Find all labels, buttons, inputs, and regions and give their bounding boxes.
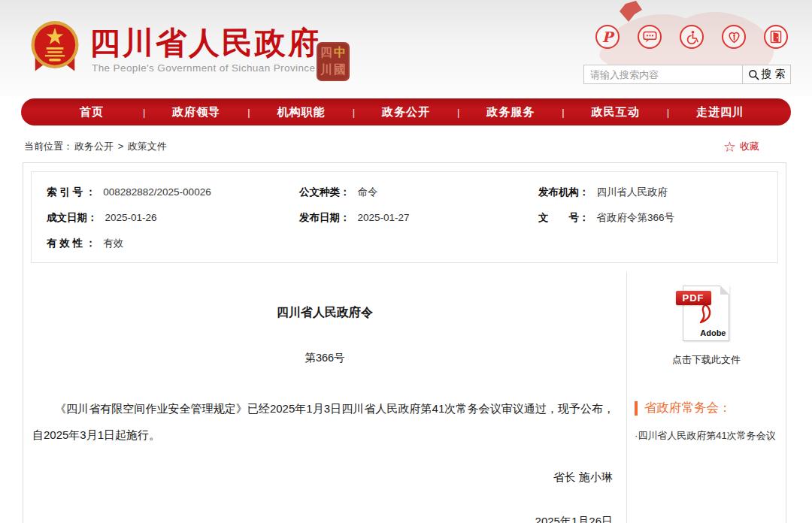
sichuan-china-seal: 四 中 川 國: [317, 42, 350, 81]
document-card: 索 引 号 ： 008282882/2025-00026 公文种类： 命令 发布…: [23, 162, 786, 523]
adobe-label: Adobe: [700, 328, 726, 337]
search-input[interactable]: [583, 65, 743, 84]
nav-item-government-leaders[interactable]: 政府领导: [145, 105, 247, 119]
article-body: 四川省人民政府令 第366号 《四川省有限空间作业安全管理规定》已经2025年1…: [23, 272, 626, 523]
header-icon-row: P: [595, 25, 788, 49]
site-header: 四川省人民政府 The People's Government of Sichu…: [0, 0, 812, 96]
search-button-label: 搜 索: [762, 68, 786, 81]
document-meta-table: 索 引 号 ： 008282882/2025-00026 公文种类： 命令 发布…: [31, 171, 778, 263]
seal-glyph: 四: [320, 45, 332, 61]
search-icon: [748, 69, 759, 80]
sidebar-meeting-link[interactable]: ·四川省人民政府第41次常务会议: [635, 429, 777, 443]
meta-publish-date: 发布日期： 2025-01-27: [299, 211, 538, 225]
search-button[interactable]: 搜 索: [743, 65, 791, 84]
meta-validity: 有 效 性 ： 有效: [47, 237, 299, 250]
document-paragraph: 《四川省有限空间作业安全管理规定》已经2025年1月3日四川省人民政府第41次常…: [32, 395, 614, 448]
star-icon: ☆: [723, 140, 736, 154]
p-glyph: P: [602, 30, 613, 44]
seal-glyph: 中: [334, 45, 346, 61]
seal-glyph: 川: [320, 62, 332, 78]
nav-item-government-affairs-disclosure[interactable]: 政务公开: [355, 105, 457, 119]
breadcrumb: 当前位置：政务公开 > 政策文件: [23, 140, 167, 153]
sidebar-section-header: 省政府常务会：: [635, 400, 786, 416]
nav-item-institution-functions[interactable]: 机构职能: [250, 105, 353, 119]
message-icon[interactable]: [638, 25, 662, 49]
seal-glyph: 國: [334, 62, 346, 78]
breadcrumb-label: 当前位置：: [24, 141, 73, 152]
section-title: 省政府常务会：: [644, 400, 732, 416]
nav-item-discover-sichuan[interactable]: 走进四川: [669, 105, 771, 119]
care-version-icon[interactable]: [722, 25, 746, 49]
download-file-link[interactable]: 点击下载此文件: [627, 353, 786, 367]
breadcrumb-row: 当前位置：政务公开 > 政策文件 ☆ 收藏: [23, 136, 786, 157]
meta-index-number: 索 引 号 ： 008282882/2025-00026: [47, 186, 299, 199]
breadcrumb-separator: >: [118, 141, 124, 152]
nav-item-public-interaction[interactable]: 政民互动: [565, 105, 667, 119]
breadcrumb-current[interactable]: 政策文件: [128, 141, 167, 152]
nav-item-government-services[interactable]: 政务服务: [459, 105, 562, 119]
document-number: 第366号: [23, 351, 626, 365]
document-signer: 省长 施小琳: [23, 470, 613, 485]
favorite-label: 收藏: [740, 140, 759, 153]
meta-written-date: 成文日期： 2025-01-26: [47, 211, 299, 225]
favorite-button[interactable]: ☆ 收藏: [723, 140, 759, 154]
national-emblem-logo: [29, 15, 81, 80]
accessibility-wheelchair-icon[interactable]: [680, 25, 704, 49]
content-row: 四川省人民政府令 第366号 《四川省有限空间作业安全管理规定》已经2025年1…: [23, 272, 786, 523]
map-pin-icon: [620, 1, 642, 22]
pdf-fold-corner: [720, 286, 729, 295]
pdf-badge: PDF: [676, 291, 711, 305]
breadcrumb-link-zhengwugongkai[interactable]: 政务公开: [74, 141, 114, 152]
search-bar: 搜 索: [583, 65, 791, 84]
nav-item-home[interactable]: 首页: [41, 105, 143, 119]
meta-document-number: 文 号： 省政府令第366号: [538, 211, 762, 225]
adobe-swirl-icon: [694, 303, 717, 325]
meta-issuing-agency: 发布机构： 四川省人民政府: [538, 186, 762, 199]
site-subtitle: The People's Government of Sichuan Provi…: [92, 62, 315, 74]
main-navbar: 首页 | 政府领导 | 机构职能 | 政务公开 | 政务服务 | 政民互动 | …: [21, 98, 791, 125]
document-date: 2025年1月26日: [23, 515, 613, 523]
p-badge-icon[interactable]: P: [595, 25, 620, 49]
document-sidebar: Adobe PDF 点击下载此文件 省政府常务会： ·四川省人民政府第41次常务…: [626, 272, 786, 523]
meta-document-type: 公文种类： 命令: [299, 186, 538, 199]
section-accent-bar: [635, 401, 638, 416]
document-title: 四川省人民政府令: [23, 305, 626, 321]
site-title: 四川省人民政府: [89, 23, 321, 64]
pdf-download-icon[interactable]: Adobe PDF: [683, 286, 731, 341]
login-door-icon[interactable]: [764, 25, 788, 49]
